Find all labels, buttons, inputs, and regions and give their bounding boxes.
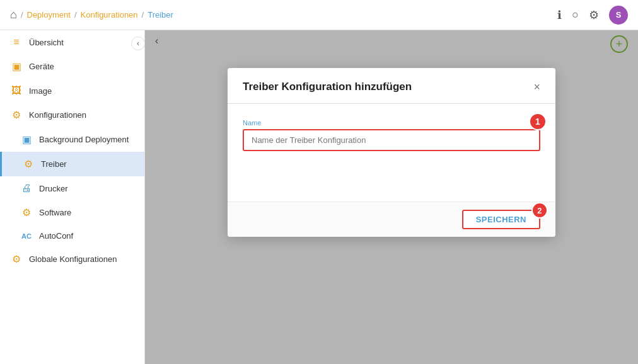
step-2-badge: 2 bbox=[531, 202, 548, 219]
globalconfig-icon: ⚙ bbox=[10, 253, 23, 265]
sidebar-item-globale-konfigurationen[interactable]: ⚙ Globale Konfigurationen bbox=[0, 247, 144, 271]
treiber-icon: ⚙ bbox=[22, 158, 35, 170]
sidebar-label-uebersicht: Übersicht bbox=[29, 38, 64, 47]
sidebar-label-software: Software bbox=[39, 208, 71, 217]
drucker-icon: 🖨 bbox=[20, 183, 33, 194]
overview-icon: ≡ bbox=[10, 37, 23, 48]
save-button[interactable]: SPEICHERN 2 bbox=[462, 210, 540, 229]
topbar-actions: ℹ ○ ⚙ S bbox=[557, 6, 628, 25]
sidebar-label-konfigurationen: Konfigurationen bbox=[29, 110, 86, 120]
modal-overlay: Treiber Konfiguration hinzufügen × Name … bbox=[145, 30, 638, 364]
sidebar-label-geraete: Geräte bbox=[29, 62, 54, 71]
breadcrumb: ⌂ / Deployment / Konfigurationen / Treib… bbox=[10, 8, 173, 21]
breadcrumb-konfigurationen[interactable]: Konfigurationen bbox=[81, 10, 138, 20]
main-content: ‹ + Treiber Konfiguration hinzufügen × N… bbox=[145, 30, 638, 364]
sidebar-item-uebersicht[interactable]: ≡ Übersicht bbox=[0, 30, 144, 54]
image-icon: 🖼 bbox=[10, 85, 23, 96]
home-icon[interactable]: ⌂ bbox=[10, 8, 17, 21]
sidebar-label-autoconf: AutoConf bbox=[39, 231, 73, 241]
name-label: Name bbox=[243, 119, 540, 127]
sidebar: ‹ ≡ Übersicht ▣ Geräte 🖼 Image ⚙ Konfigu… bbox=[0, 30, 145, 364]
breadcrumb-sep-3: / bbox=[142, 10, 144, 20]
sidebar-label-treiber: Treiber bbox=[41, 159, 67, 169]
sidebar-item-konfigurationen[interactable]: ⚙ Konfigurationen bbox=[0, 103, 144, 127]
devices-icon: ▣ bbox=[10, 60, 23, 72]
sidebar-label-bgdeploy: Background Deployment bbox=[39, 135, 129, 144]
breadcrumb-sep-1: / bbox=[21, 10, 23, 20]
settings-icon[interactable]: ⚙ bbox=[589, 8, 599, 22]
modal-title: Treiber Konfiguration hinzufügen bbox=[243, 81, 412, 93]
breadcrumb-deployment[interactable]: Deployment bbox=[27, 10, 71, 20]
software-icon: ⚙ bbox=[20, 207, 33, 219]
modal-footer: SPEICHERN 2 bbox=[228, 202, 555, 237]
sidebar-label-globalconfig: Globale Konfigurationen bbox=[29, 254, 117, 264]
name-form-group: Name 1 bbox=[243, 119, 540, 151]
info-icon[interactable]: ℹ bbox=[557, 8, 562, 22]
name-input[interactable] bbox=[243, 129, 540, 151]
sidebar-item-autoconf[interactable]: AC AutoConf bbox=[0, 225, 144, 247]
sidebar-item-software[interactable]: ⚙ Software bbox=[0, 200, 144, 225]
sidebar-item-treiber[interactable]: ⚙ Treiber bbox=[0, 152, 144, 176]
bgdeploy-icon: ▣ bbox=[20, 134, 33, 145]
modal: Treiber Konfiguration hinzufügen × Name … bbox=[228, 68, 555, 237]
avatar[interactable]: S bbox=[609, 6, 628, 25]
sidebar-item-geraete[interactable]: ▣ Geräte bbox=[0, 54, 144, 79]
modal-header: Treiber Konfiguration hinzufügen × bbox=[228, 68, 555, 104]
sidebar-item-image[interactable]: 🖼 Image bbox=[0, 79, 144, 103]
sidebar-label-drucker: Drucker bbox=[39, 184, 68, 193]
autoconf-icon: AC bbox=[20, 232, 33, 240]
config-icon: ⚙ bbox=[10, 109, 23, 121]
sidebar-label-image: Image bbox=[29, 86, 52, 96]
breadcrumb-current: Treiber bbox=[148, 10, 173, 20]
sidebar-item-background-deployment[interactable]: ▣ Background Deployment bbox=[0, 127, 144, 152]
save-label: SPEICHERN bbox=[476, 215, 526, 224]
refresh-icon[interactable]: ○ bbox=[572, 8, 579, 21]
sidebar-item-drucker[interactable]: 🖨 Drucker bbox=[0, 176, 144, 200]
layout: ‹ ≡ Übersicht ▣ Geräte 🖼 Image ⚙ Konfigu… bbox=[0, 30, 638, 364]
step-1-badge: 1 bbox=[529, 113, 547, 130]
sidebar-toggle[interactable]: ‹ bbox=[131, 37, 145, 50]
modal-close-button[interactable]: × bbox=[533, 81, 540, 93]
breadcrumb-sep-2: / bbox=[74, 10, 77, 20]
modal-body: Name 1 bbox=[228, 104, 555, 202]
topbar: ⌂ / Deployment / Konfigurationen / Treib… bbox=[0, 0, 638, 30]
